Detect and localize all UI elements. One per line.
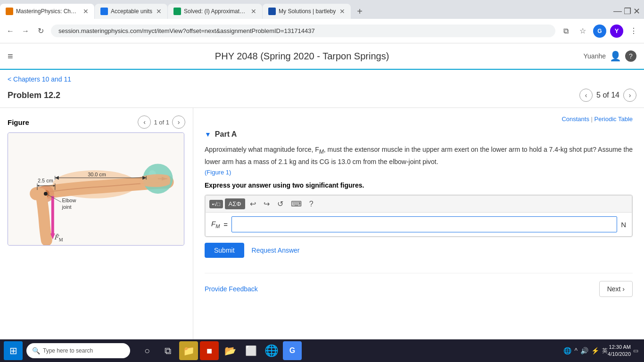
expand-arrow-icon[interactable]: ▼: [205, 131, 211, 138]
question-text-part1: Approximately what magnitude force, F: [205, 146, 319, 153]
tab-favicon-1: [6, 8, 13, 15]
hamburger-menu[interactable]: ≡: [8, 51, 13, 62]
reset-icon[interactable]: ↺: [274, 198, 286, 209]
taskbar-search-box[interactable]: 🔍 Type here to search: [26, 343, 130, 358]
tab-favicon-2: [100, 8, 108, 15]
minimize-button[interactable]: —: [613, 6, 622, 16]
submit-button[interactable]: Submit: [205, 243, 244, 258]
tab-close-1[interactable]: ✕: [83, 8, 89, 15]
browser-chrome: MasteringPhysics: Chapters 10 a... ✕ Acc…: [0, 0, 644, 43]
taskbar-app-g[interactable]: G: [283, 341, 302, 360]
app-title: PHY 2048 (Spring 2020 - Tarpon Springs): [21, 51, 584, 62]
taskbar-chrome[interactable]: 🌐: [262, 341, 281, 360]
svg-point-14: [44, 192, 48, 196]
periodic-table-link[interactable]: Periodic Table: [594, 115, 633, 123]
unit-label: N: [621, 221, 626, 229]
taskbar-taskview[interactable]: ⧉: [158, 341, 177, 360]
google-account-icon[interactable]: G: [593, 25, 606, 38]
tab-acceptable-units[interactable]: Acceptable units ✕: [95, 4, 167, 19]
request-answer-link[interactable]: Request Answer: [252, 247, 300, 254]
battery-icon: ⚡: [591, 347, 599, 354]
feedback-row: Provide Feedback Next ›: [205, 273, 633, 297]
show-desktop-button[interactable]: ▭: [631, 341, 640, 360]
chevron-up-icon[interactable]: ^: [574, 347, 578, 354]
constants-link[interactable]: Constants: [561, 115, 589, 123]
constants-row: Constants | Periodic Table: [205, 115, 633, 123]
answer-input[interactable]: [231, 216, 617, 232]
screenshot-icon[interactable]: ⧉: [559, 25, 572, 38]
figure-svg: F̄ M Elbow joint: [8, 133, 184, 245]
prev-problem-button[interactable]: ‹: [579, 89, 593, 102]
math-input-button[interactable]: ▪√□: [209, 200, 223, 208]
figure-link[interactable]: (Figure 1): [205, 169, 231, 176]
forward-button[interactable]: →: [19, 25, 32, 38]
close-button[interactable]: ✕: [633, 6, 640, 16]
symbol-button[interactable]: ΑΣΦ: [225, 198, 245, 209]
tab-close-4[interactable]: ✕: [339, 8, 345, 15]
taskbar-app-yellow[interactable]: 📂: [221, 341, 239, 360]
svg-text:2.5 cm: 2.5 cm: [38, 178, 53, 183]
nav-buttons: ← → ↻: [4, 25, 47, 38]
express-note: Express your answer using two significan…: [205, 181, 633, 189]
breadcrumb-bar: Chapters 10 and 11: [0, 70, 644, 85]
language-icon: 英: [602, 347, 608, 355]
help-question-icon[interactable]: ?: [306, 199, 316, 209]
taskbar-clock[interactable]: 12:30 AM 4/10/2020: [608, 344, 631, 358]
url-input[interactable]: [51, 25, 555, 37]
prev-figure-button[interactable]: ‹: [138, 115, 151, 129]
start-button[interactable]: ⊞: [4, 341, 23, 360]
page-content: Chapters 10 and 11 Problem 12.2 ‹ 5 of 1…: [0, 70, 644, 362]
fm-equals: =: [223, 221, 228, 229]
answer-toolbar: ▪√□ ΑΣΦ ↩ ↪ ↺ ⌨ ?: [205, 195, 632, 213]
next-button[interactable]: Next ›: [599, 281, 633, 297]
next-figure-button[interactable]: ›: [172, 115, 185, 129]
user-avatar[interactable]: Y: [610, 25, 623, 38]
taskbar-search-text: Type here to search: [43, 347, 93, 354]
help-icon[interactable]: ?: [625, 50, 636, 62]
fm-letter: F: [211, 220, 215, 228]
problem-header: Problem 12.2 ‹ 5 of 14 ›: [0, 85, 644, 108]
network-icon[interactable]: 🌐: [563, 347, 571, 354]
reload-button[interactable]: ↻: [34, 25, 47, 38]
action-row: Submit Request Answer: [205, 243, 633, 258]
figure-header: Figure ‹ 1 of 1 ›: [8, 115, 185, 129]
new-tab-button[interactable]: +: [353, 6, 366, 17]
answer-area: ▪√□ ΑΣΦ ↩ ↪ ↺ ⌨ ? FM = N: [205, 195, 633, 237]
breadcrumb-link[interactable]: Chapters 10 and 11: [8, 75, 71, 83]
redo-icon[interactable]: ↪: [261, 198, 272, 209]
next-problem-button[interactable]: ›: [623, 89, 636, 102]
taskbar-app-red[interactable]: ■: [200, 341, 219, 360]
figure-title: Figure: [8, 118, 138, 126]
menu-icon[interactable]: ⋮: [627, 25, 640, 38]
keyboard-icon[interactable]: ⌨: [288, 198, 305, 209]
undo-icon[interactable]: ↩: [247, 198, 259, 209]
figure-nav: ‹ 1 of 1 ›: [138, 115, 185, 129]
figure-page: 1 of 1: [154, 119, 169, 126]
fm-label: FM: [211, 220, 220, 229]
taskbar-app-white[interactable]: ⬜: [241, 341, 260, 360]
problem-of-text: of: [603, 91, 611, 99]
part-a-section: ▼ Part A Approximately what magnitude fo…: [205, 130, 633, 297]
tab-close-2[interactable]: ✕: [156, 8, 162, 15]
user-profile-icon[interactable]: 👤: [610, 50, 621, 62]
provide-feedback-link[interactable]: Provide Feedback: [205, 285, 258, 293]
volume-icon[interactable]: 🔊: [580, 347, 588, 354]
taskbar-cortana[interactable]: ○: [138, 341, 157, 360]
tab-close-3[interactable]: ✕: [251, 8, 256, 15]
problem-nav: ‹ 5 of 14 ›: [579, 89, 636, 102]
browser-toolbar-icons: ⧉ ☆ G Y ⋮: [559, 25, 640, 38]
problem-title: Problem 12.2: [8, 90, 579, 100]
back-button[interactable]: ←: [4, 25, 17, 38]
bookmark-icon[interactable]: ☆: [576, 25, 589, 38]
restore-button[interactable]: ❐: [624, 6, 631, 16]
tab-bartleby[interactable]: My Solutions | bartleby ✕: [263, 4, 351, 19]
tab-mastering-physics[interactable]: MasteringPhysics: Chapters 10 a... ✕: [0, 4, 94, 19]
taskbar-system-icons: 🌐 ^ 🔊 ⚡ 英: [563, 347, 608, 355]
question-text: Approximately what magnitude force, FM, …: [205, 144, 633, 178]
taskbar-apps: ○ ⧉ 📁 ■ 📂 ⬜ 🌐 G: [138, 341, 302, 360]
problem-of-label: 5 of 14: [596, 91, 619, 99]
fm-subscript: M: [215, 223, 220, 229]
taskbar-explorer[interactable]: 📁: [179, 341, 198, 360]
part-a-label: Part A: [215, 130, 237, 139]
tab-solved[interactable]: Solved: (I) Approximately what m... ✕: [168, 4, 262, 19]
